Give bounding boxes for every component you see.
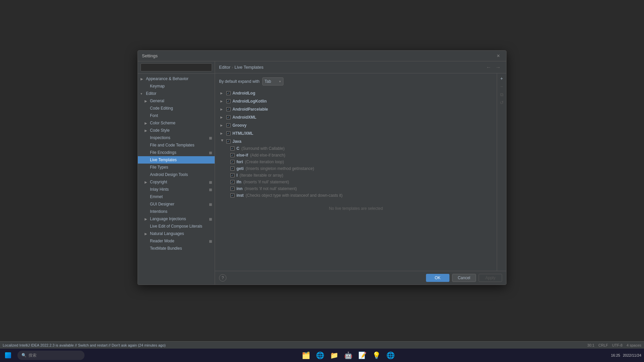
nav-item-emmet[interactable]: Emmet (138, 193, 215, 200)
nav-item-live-edit[interactable]: Live Edit of Compose Literals (138, 223, 215, 230)
nav-item-file-encodings[interactable]: File Encodings▦ (138, 149, 215, 156)
breadcrumb-parent: Editor (219, 65, 230, 70)
revert-template-button[interactable]: ↺ (498, 99, 505, 106)
taskbar-app-explorer[interactable]: 🗂️ (300, 349, 313, 362)
breadcrumb-navigation: ← → (485, 64, 502, 71)
nav-item-live-templates[interactable]: Live Templates (138, 156, 215, 164)
taskbar-app-androidstudio[interactable]: 🤖 (342, 349, 355, 362)
taskbar-app-folder[interactable]: 📁 (328, 349, 341, 362)
taskbar-app-browser2[interactable]: 🌐 (384, 349, 397, 362)
nav-item-gui-designer[interactable]: GUI Designer▦ (138, 200, 215, 208)
help-button[interactable]: ? (219, 274, 226, 282)
nav-item-editor[interactable]: ▾Editor (138, 90, 215, 97)
taskbar-search[interactable]: 🔍 搜索 (17, 351, 85, 360)
taskbar-app-word[interactable]: 📝 (356, 349, 369, 362)
group-header-6[interactable]: ▶Java (219, 138, 493, 145)
template-group-0: ▶AndroidLog (219, 89, 493, 97)
dialog-overlay: Settings × ▶Appearance & BehaviorKeymap▾… (0, 0, 644, 349)
ok-button[interactable]: OK (426, 274, 449, 282)
item-checkbox-6-2[interactable] (230, 160, 234, 164)
nav-item-reader-mode[interactable]: Reader Mode▦ (138, 237, 215, 245)
nav-badge-file-encodings: ▦ (209, 151, 212, 155)
item-checkbox-6-5[interactable] (230, 180, 234, 184)
taskbar-app-chrome[interactable]: 🌐 (314, 349, 327, 362)
taskbar-apps: 🗂️ 🌐 📁 🤖 📝 💡 🌐 (86, 349, 611, 362)
nav-item-file-types[interactable]: File Types (138, 164, 215, 171)
breadcrumb-current: Live Templates (234, 65, 263, 70)
item-desc-6-3: (Inserts singleton method getInstance) (246, 166, 314, 171)
expand-select[interactable]: Tab Enter Space (262, 77, 283, 85)
nav-label-code-style: Code Style (150, 128, 170, 133)
nav-label-intentions: Intentions (150, 209, 167, 214)
nav-item-copyright[interactable]: ▶Copyright▦ (138, 178, 215, 186)
item-checkbox-6-6[interactable] (230, 187, 234, 191)
remove-template-button[interactable]: − (498, 83, 505, 90)
taskbar-time: 16:25 (611, 353, 620, 357)
nav-item-general[interactable]: ▶General (138, 97, 215, 105)
nav-item-natural-languages[interactable]: ▶Natural Languages (138, 230, 215, 237)
item-name-6-0: C (236, 146, 239, 151)
nav-item-keymap[interactable]: Keymap (138, 82, 215, 90)
nav-badge-gui-designer: ▦ (209, 202, 212, 206)
apply-button[interactable]: Apply (479, 274, 502, 282)
add-template-button[interactable]: + (498, 75, 505, 82)
back-button[interactable]: ← (485, 64, 493, 71)
content-area: By default expand with Tab Enter Space (215, 73, 506, 271)
template-item-6-7[interactable]: inst (Checks object type with instanceof… (219, 192, 493, 199)
group-arrow-2: ▶ (220, 108, 224, 111)
nav-item-language-injections[interactable]: ▶Language Injections▦ (138, 215, 215, 223)
group-checkbox-3[interactable] (226, 115, 230, 119)
nav-item-intentions[interactable]: Intentions (138, 208, 215, 215)
group-header-0[interactable]: ▶AndroidLog (219, 89, 493, 97)
nav-item-code-editing[interactable]: Code Editing (138, 105, 215, 112)
nav-item-code-style[interactable]: ▶Code Style (138, 127, 215, 134)
item-checkbox-6-4[interactable] (230, 173, 234, 177)
group-checkbox-2[interactable] (226, 107, 230, 111)
item-checkbox-6-3[interactable] (230, 167, 234, 171)
nav-item-textmate-bundles[interactable]: TextMate Bundles (138, 245, 215, 252)
expand-with-row: By default expand with Tab Enter Space (219, 77, 493, 85)
template-item-6-3[interactable]: geti (Inserts singleton method getInstan… (219, 165, 493, 172)
group-header-1[interactable]: ▶AndroidLogKotlin (219, 98, 493, 105)
group-header-4[interactable]: ▶Groovy (219, 122, 493, 129)
copy-template-button[interactable]: ⧉ (498, 91, 505, 98)
group-header-2[interactable]: ▶AndroidParcelable (219, 106, 493, 113)
start-button[interactable] (0, 349, 16, 362)
item-checkbox-6-0[interactable] (230, 146, 234, 150)
footer-right: OK Cancel Apply (426, 274, 502, 282)
cancel-button[interactable]: Cancel (452, 274, 476, 282)
template-group-2: ▶AndroidParcelable (219, 106, 493, 113)
template-item-6-1[interactable]: else-if (Add else-if branch) (219, 152, 493, 159)
template-group-1: ▶AndroidLogKotlin (219, 98, 493, 105)
group-checkbox-0[interactable] (226, 91, 230, 95)
nav-item-android-design-tools[interactable]: Android Design Tools (138, 171, 215, 178)
template-item-6-2[interactable]: fori (Create iteration loop) (219, 159, 493, 165)
template-item-6-0[interactable]: C (Surround with Callable) (219, 145, 493, 152)
group-checkbox-4[interactable] (226, 123, 230, 127)
template-list: ▶AndroidLog▶AndroidLogKotlin▶AndroidParc… (219, 89, 493, 199)
taskbar-date: 2022/11/24 (623, 353, 641, 357)
taskbar-app-idea[interactable]: 💡 (370, 349, 383, 362)
nav-item-appearance[interactable]: ▶Appearance & Behavior (138, 75, 215, 82)
template-item-6-5[interactable]: ifn (Inserts 'if null' statement) (219, 179, 493, 185)
template-item-6-4[interactable]: I (Iterate Iterable or array) (219, 172, 493, 179)
nav-item-file-and-code-templates[interactable]: File and Code Templates (138, 141, 215, 149)
nav-label-android-design-tools: Android Design Tools (150, 172, 188, 177)
nav-item-font[interactable]: Font (138, 112, 215, 119)
nav-item-color-scheme[interactable]: ▶Color Scheme (138, 119, 215, 127)
template-group-3: ▶AndroidXML (219, 114, 493, 121)
group-arrow-5: ▶ (220, 132, 224, 135)
group-checkbox-6[interactable] (226, 139, 230, 143)
nav-item-inlay-hints[interactable]: Inlay Hints▦ (138, 186, 215, 193)
item-checkbox-6-7[interactable] (230, 193, 234, 197)
search-input[interactable] (141, 63, 212, 71)
close-button[interactable]: × (497, 53, 502, 59)
group-checkbox-1[interactable] (226, 99, 230, 103)
forward-button[interactable]: → (494, 64, 502, 71)
item-checkbox-6-1[interactable] (230, 153, 234, 157)
nav-item-inspections[interactable]: Inspections▦ (138, 134, 215, 141)
group-header-5[interactable]: ▶HTML/XML (219, 130, 493, 137)
group-checkbox-5[interactable] (226, 131, 230, 135)
template-item-6-6[interactable]: inn (Inserts 'if not null' statement) (219, 185, 493, 192)
group-header-3[interactable]: ▶AndroidXML (219, 114, 493, 121)
